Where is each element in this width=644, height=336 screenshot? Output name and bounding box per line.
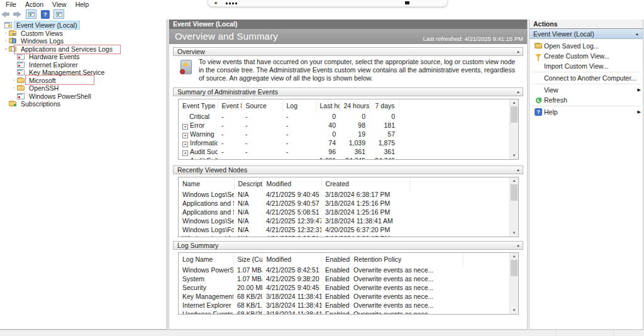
column-header-created[interactable]: Created	[321, 177, 409, 190]
column-header-event-type[interactable]: Event Type	[179, 99, 218, 112]
collapse-icon[interactable]: ▲	[516, 168, 520, 172]
vertical-scrollbar[interactable]: ▲▼	[509, 253, 518, 314]
tree-item-event-viewer-local[interactable]: Event Viewer (Local)	[0, 21, 167, 30]
table-row[interactable]: +Audit Failure---1,08124,74524,745	[179, 156, 510, 160]
scroll-up-icon[interactable]: ▲	[510, 99, 518, 106]
action-item-open-saved-log[interactable]: Open Saved Log...	[530, 41, 643, 51]
action-item-refresh[interactable]: Refresh	[530, 95, 643, 105]
column-header-name[interactable]: Name	[179, 177, 234, 190]
column-header-24-hours[interactable]: 24 hours	[340, 99, 369, 112]
table-row[interactable]: Windows Logs\Forwarded...N/A4/21/2025 12…	[179, 225, 510, 234]
table-row[interactable]: Windows Logs\SetupN/A4/21/2025 12:39:47 …	[179, 216, 510, 225]
scroll-down-icon[interactable]: ▼	[510, 307, 518, 314]
help-toolbar-button[interactable]: ?	[41, 10, 50, 19]
recent-section-header[interactable]: Recently Viewed Nodes ▲	[173, 165, 523, 174]
tree-item-hardware-events[interactable]: Hardware Events	[0, 53, 167, 61]
scrollbar-thumb[interactable]	[511, 260, 518, 276]
column-header-description[interactable]: Description	[234, 177, 262, 190]
action-item-view[interactable]: View▶	[530, 85, 643, 95]
column-header-enabled[interactable]: Enabled	[321, 253, 350, 266]
table-row[interactable]: +Warning---01957	[179, 130, 510, 138]
collapse-icon[interactable]: ▲	[516, 90, 520, 94]
action-item-create-custom-view[interactable]: Create Custom View...	[530, 51, 643, 61]
collapse-icon[interactable]: ▲	[516, 244, 520, 247]
scroll-down-icon[interactable]: ▼	[510, 152, 518, 159]
forward-arrow-icon[interactable]	[13, 10, 21, 18]
menu-file[interactable]: File	[1, 1, 21, 8]
chevron-collapsed-icon[interactable]: ›	[11, 77, 17, 84]
table-row[interactable]: Security20.00 MB/...4/21/2025 9:40:45 PM…	[179, 283, 510, 292]
back-arrow-icon[interactable]	[1, 10, 10, 18]
column-header-log-name[interactable]: Log Name	[179, 253, 233, 266]
collapse-icon[interactable]: ▲	[635, 32, 639, 36]
table-cell: N/A	[234, 199, 262, 208]
table-row[interactable]: +Information---741,0391,875	[179, 138, 510, 147]
vertical-scrollbar[interactable]: ▲▼	[509, 177, 518, 237]
chevron-collapsed-icon[interactable]: ›	[3, 30, 9, 36]
table-row[interactable]: Applications and Services ...N/A4/21/202…	[179, 208, 510, 216]
menu-view[interactable]: View	[48, 1, 71, 8]
tree-item-applications-and-services-logs[interactable]: ›Applications and Services Logs	[0, 45, 167, 53]
actions-section-header[interactable]: Event Viewer (Local) ▲	[530, 29, 643, 39]
tree-item-custom-views[interactable]: ›Custom Views	[0, 30, 167, 38]
table-row[interactable]: Hardware Events68 KB/20...3/18/2024 11:3…	[179, 310, 510, 315]
collapse-icon[interactable]: ▲	[516, 50, 520, 53]
action-item-label: View	[544, 86, 558, 94]
table-row[interactable]: Applications and Services ...N/A4/21/202…	[179, 199, 510, 208]
expand-icon[interactable]: +	[182, 124, 188, 130]
show-console-tree-button[interactable]	[26, 9, 36, 19]
expand-icon[interactable]: +	[182, 150, 188, 156]
chevron-collapsed-icon[interactable]: ›	[3, 38, 9, 44]
scroll-down-icon[interactable]: ▼	[510, 230, 518, 237]
table-row[interactable]: Windows PowerShell1.07 MB/1...4/21/2025 …	[179, 266, 510, 274]
expand-icon[interactable]: +	[182, 159, 188, 160]
expand-icon[interactable]: +	[182, 142, 188, 147]
chevron-expanded-icon[interactable]: ›	[3, 46, 9, 52]
column-header-retention-policy[interactable]: Retention Policy	[350, 253, 463, 266]
vertical-scrollbar[interactable]: ▲▼	[509, 99, 518, 159]
column-header-modified[interactable]: Modified	[262, 253, 321, 266]
column-header-last-hour[interactable]: Last hour	[316, 99, 340, 112]
column-header-modified[interactable]: Modified	[262, 177, 321, 190]
column-header-size-curre[interactable]: Size (Curre...	[233, 253, 262, 266]
show-action-pane-button[interactable]	[53, 9, 64, 19]
expand-icon[interactable]: +	[182, 133, 188, 138]
scrollbar-thumb[interactable]	[511, 106, 518, 123]
action-item-import-custom-view[interactable]: Import Custom View...	[530, 61, 643, 71]
table-row[interactable]: Internet Explorer68 KB/1.00...3/18/2024 …	[179, 301, 510, 310]
tree-item-windows-powershell[interactable]: Windows PowerShell	[0, 92, 167, 101]
action-item-connect-to-another-computer[interactable]: Connect to Another Computer...	[530, 73, 643, 83]
table-row[interactable]: Windows Logs\ApplicationN/A4/21/2025 9:0…	[179, 234, 510, 237]
table-row[interactable]: Key Management Service68 KB/20 ...3/18/2…	[179, 292, 510, 301]
subscriptions-icon	[9, 101, 16, 106]
funnel-icon	[535, 54, 541, 58]
summary-section-header[interactable]: Summary of Administrative Events ▲	[173, 87, 523, 96]
table-cell: Internet Explorer	[179, 301, 233, 310]
column-header-event-id[interactable]: Event ID	[218, 99, 242, 112]
column-header-7-days[interactable]: 7 days	[369, 99, 399, 112]
table-row[interactable]: +Error---4098181	[179, 121, 510, 130]
scroll-up-icon[interactable]: ▲	[510, 253, 518, 260]
tree-item-microsoft[interactable]: ›Microsoft	[0, 77, 167, 85]
chevron-collapsed-icon[interactable]: ›	[11, 85, 17, 91]
tree-item-windows-logs[interactable]: ›Windows Logs	[0, 37, 167, 45]
scrollbar-thumb[interactable]	[511, 184, 518, 201]
table-row[interactable]: System1.07 MB/2...4/21/2025 9:38:20 PMEn…	[179, 274, 510, 283]
table-row[interactable]: Critical---000	[179, 112, 510, 121]
tree-item-key-management-service[interactable]: Key Management Service	[0, 69, 167, 77]
menu-help[interactable]: Help	[71, 1, 94, 8]
scroll-up-icon[interactable]: ▲	[510, 177, 518, 184]
table-cell: 3/18/2024 6:38:17 PM	[321, 190, 409, 199]
table-row[interactable]: +Audit Success---96361361	[179, 147, 510, 156]
column-header-source[interactable]: Source	[242, 99, 282, 112]
menu-action[interactable]: Action	[21, 1, 48, 8]
tree-item-internet-explorer[interactable]: Internet Explorer	[0, 61, 167, 69]
table-cell: N/A	[234, 216, 262, 225]
action-item-help[interactable]: ?Help▶	[530, 107, 643, 117]
tree-item-openssh[interactable]: ›OpenSSH	[0, 84, 167, 92]
overview-section-header[interactable]: Overview ▲	[173, 47, 523, 56]
tree-item-subscriptions[interactable]: Subscriptions	[0, 100, 167, 108]
table-row[interactable]: Windows Logs\SecurityN/A4/21/2025 9:40:4…	[179, 190, 510, 199]
log-summary-section-header[interactable]: Log Summary ▲	[173, 241, 523, 250]
column-header-log[interactable]: Log	[282, 99, 316, 112]
